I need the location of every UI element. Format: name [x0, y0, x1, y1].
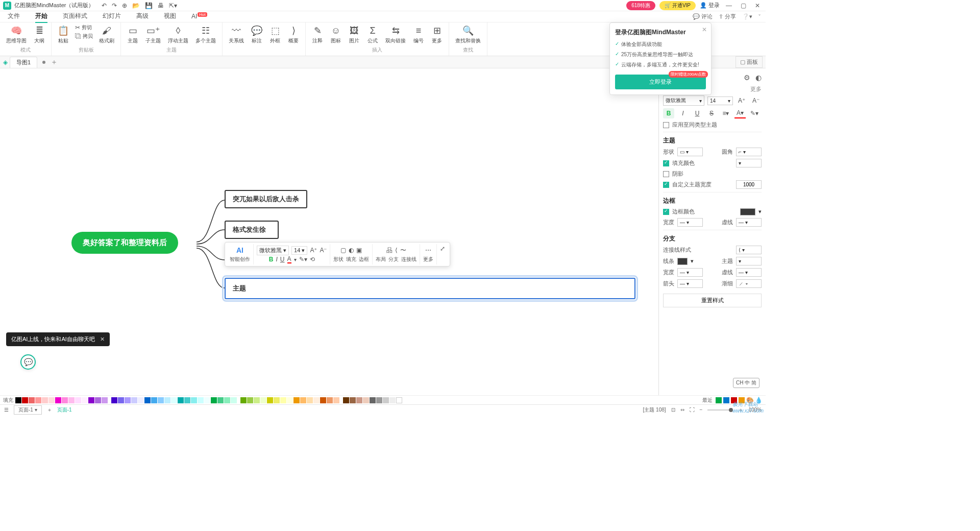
color-swatch[interactable] — [15, 397, 21, 403]
mindmap-root-node[interactable]: 奥好答案了和整理资料后 — [71, 232, 178, 254]
color-swatch[interactable] — [68, 397, 75, 403]
page-tab[interactable]: 页面-1 — [57, 406, 72, 414]
border-dash-select[interactable]: — ▾ — [736, 218, 762, 227]
color-swatch[interactable] — [75, 397, 81, 403]
color-swatch[interactable] — [138, 397, 144, 403]
mindmap-selected-node[interactable]: 主题 — [225, 278, 635, 299]
theme-tab-icon[interactable]: ◐ — [755, 74, 762, 82]
shape-select[interactable]: ▭ ▾ — [677, 148, 703, 156]
icon-button[interactable]: ☺图标 — [327, 23, 345, 46]
color-swatch[interactable] — [22, 397, 28, 403]
branch-width-select[interactable]: — ▾ — [677, 268, 703, 277]
tab-view[interactable]: 视图 — [164, 12, 176, 21]
color-swatch[interactable] — [267, 397, 273, 403]
color-swatch[interactable] — [224, 397, 230, 403]
color-swatch[interactable] — [164, 397, 170, 403]
color-swatch[interactable] — [254, 397, 260, 403]
open-icon[interactable]: 📂 — [132, 2, 140, 9]
connector-style-select[interactable]: ⟨ ▾ — [736, 246, 762, 254]
color-swatch[interactable] — [82, 397, 88, 403]
color-swatch[interactable] — [333, 397, 339, 403]
color-swatch[interactable] — [35, 397, 41, 403]
color-swatch[interactable] — [29, 397, 35, 403]
panel-toggle-button[interactable]: ▢ 面板 — [736, 56, 763, 68]
number-button[interactable]: ≡编号 — [410, 23, 427, 46]
color-swatch[interactable] — [102, 397, 108, 403]
login-now-button[interactable]: 立即登录 限时赠送200AI点数 — [615, 75, 706, 89]
promo-618-button[interactable]: 618特惠 — [626, 1, 655, 10]
branch-icon[interactable]: ⟨ — [395, 247, 398, 254]
color-swatch[interactable] — [327, 397, 333, 403]
save-icon[interactable]: 💾 — [145, 2, 153, 9]
color-swatch[interactable] — [280, 397, 286, 403]
new-icon[interactable]: ⊕ — [122, 2, 127, 9]
color-swatch[interactable] — [211, 397, 217, 403]
add-page-button[interactable]: ＋ — [47, 406, 52, 414]
callout-button[interactable]: 💬标注 — [248, 23, 265, 46]
canvas[interactable]: 奥好答案了和整理资料后 突兀如果以后敌人击杀 格式发生徐 主题 AI 智能创作 … — [0, 68, 658, 395]
color-swatch[interactable] — [350, 397, 356, 403]
color-swatch[interactable] — [131, 397, 137, 403]
color-swatch[interactable] — [111, 397, 117, 403]
format-painter-button[interactable]: 🖌格式刷 — [96, 23, 117, 46]
more-insert-button[interactable]: ⊞更多 — [428, 23, 446, 46]
summary-button[interactable]: ⟩概要 — [285, 23, 302, 46]
image-button[interactable]: 🖼图片 — [346, 23, 363, 46]
export-icon[interactable]: ⇱▾ — [169, 2, 177, 9]
subtopic-button[interactable]: ▭⁺子主题 — [142, 23, 164, 46]
tab-advanced[interactable]: 高级 — [136, 12, 149, 21]
page-list-icon[interactable]: ☰ — [4, 407, 9, 413]
branch-topic-select[interactable]: ▾ — [736, 257, 762, 266]
copy-button[interactable]: ⿻拷贝 — [73, 32, 95, 40]
color-swatch[interactable] — [307, 397, 313, 403]
color-swatch[interactable] — [217, 397, 224, 403]
connector-icon[interactable]: 〜 — [400, 246, 406, 255]
color-swatch[interactable] — [88, 397, 94, 403]
color-swatch[interactable] — [287, 397, 293, 403]
bold-button[interactable]: B — [663, 108, 674, 118]
color-swatch[interactable] — [240, 397, 247, 403]
color-swatch[interactable] — [171, 397, 177, 403]
color-swatch[interactable] — [376, 397, 382, 403]
tab-start[interactable]: 开始 — [35, 12, 47, 21]
ai-chat-fab[interactable]: 💬 — [20, 354, 36, 370]
underline-button[interactable]: U — [692, 108, 703, 118]
apply-same-checkbox[interactable] — [663, 122, 669, 128]
taper-select[interactable]: ⟋ ▾ — [736, 279, 762, 288]
increase-font-icon[interactable]: A⁺ — [310, 247, 317, 254]
tab-ai[interactable]: AIHot — [191, 13, 207, 21]
color-swatch[interactable] — [293, 397, 300, 403]
add-tab-button[interactable]: ＋ — [51, 58, 58, 67]
color-swatch[interactable] — [42, 397, 48, 403]
minimize-icon[interactable]: — — [724, 2, 734, 9]
fill-icon[interactable]: ◐ — [349, 247, 354, 254]
line-color-swatch[interactable] — [677, 258, 688, 265]
border-icon[interactable]: ▣ — [356, 247, 362, 254]
maximize-icon[interactable]: ▢ — [738, 2, 748, 9]
help-icon[interactable]: ❔▾ — [742, 13, 752, 20]
align-button[interactable]: ≡▾ — [720, 108, 731, 118]
tab-slideshow[interactable]: 幻灯片 — [103, 12, 121, 21]
cut-button[interactable]: ✂剪切 — [73, 23, 95, 32]
page-select[interactable]: 页面-1 ▾ — [14, 405, 42, 415]
color-swatch[interactable] — [118, 397, 124, 403]
clear-format-icon[interactable]: ⟲ — [310, 256, 315, 263]
shape-icon[interactable]: ▢ — [340, 247, 346, 254]
hyperlink-button[interactable]: ⇆双向链接 — [382, 23, 409, 46]
color-swatch[interactable] — [300, 397, 306, 403]
fill-color-select[interactable]: ▾ — [736, 159, 762, 167]
custom-width-checkbox[interactable] — [663, 182, 669, 188]
color-swatch[interactable] — [48, 397, 55, 403]
boundary-button[interactable]: ⬚外框 — [266, 23, 284, 46]
color-swatch[interactable] — [151, 397, 157, 403]
corner-select[interactable]: ⌐ ▾ — [736, 148, 762, 156]
arrow-select[interactable]: — ▾ — [677, 279, 703, 288]
highlight-button[interactable]: ✎▾ — [749, 108, 760, 118]
close-tooltip-icon[interactable]: ✕ — [100, 336, 105, 343]
fill-checkbox[interactable] — [663, 160, 669, 166]
fullscreen-icon[interactable]: ⛶ — [690, 407, 695, 413]
fit-width-icon[interactable]: ⇔ — [680, 407, 684, 413]
note-button[interactable]: ✎注释 — [309, 23, 326, 46]
color-swatch[interactable] — [62, 397, 68, 403]
expand-toolbar-icon[interactable]: ⤢ — [440, 245, 445, 252]
